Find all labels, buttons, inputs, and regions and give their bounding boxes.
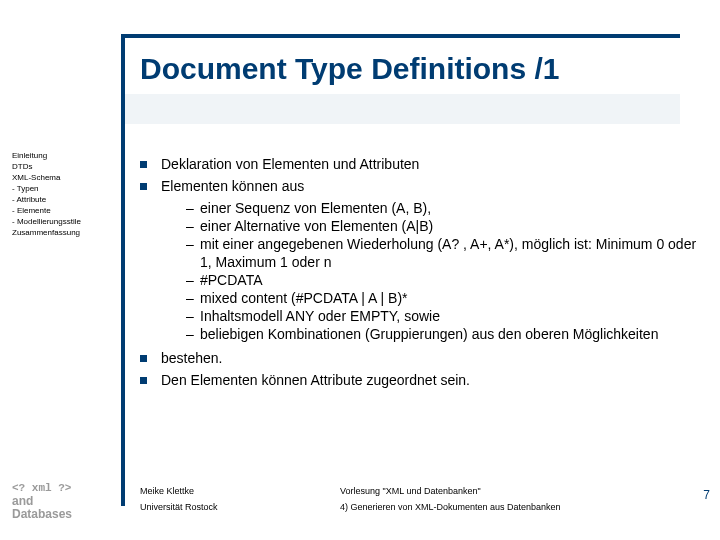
content-area: Deklaration von Elementen und Attributen… bbox=[140, 155, 700, 393]
logo-line-db: Databases bbox=[12, 508, 72, 521]
sub-bullet-item: –mixed content (#PCDATA | A | B)* bbox=[186, 289, 700, 307]
sub-bullet-item: –#PCDATA bbox=[186, 271, 700, 289]
dash-icon: – bbox=[186, 217, 200, 235]
bullet-item: bestehen. bbox=[140, 349, 700, 368]
sub-bullet-item: –einer Alternative von Elementen (A|B) bbox=[186, 217, 700, 235]
frame-top-rule bbox=[125, 34, 680, 38]
bullet-text: bestehen. bbox=[161, 349, 700, 368]
sidebar-item: DTDs bbox=[12, 161, 116, 172]
outline-sidebar: Einleitung DTDs XML-Schema - Typen - Att… bbox=[12, 150, 116, 238]
sub-bullet-text: einer Alternative von Elementen (A|B) bbox=[200, 217, 700, 235]
footer: Meike Klettke Vorlesung "XML und Datenba… bbox=[140, 486, 680, 512]
sub-bullet-item: –Inhaltsmodell ANY oder EMPTY, sowie bbox=[186, 307, 700, 325]
sidebar-item: - Modellierungsstile bbox=[12, 216, 116, 227]
bullet-item: Deklaration von Elementen und Attributen bbox=[140, 155, 700, 174]
square-bullet-icon bbox=[140, 377, 147, 384]
sub-bullet-item: –einer Sequenz von Elementen (A, B), bbox=[186, 199, 700, 217]
sidebar-item: - Typen bbox=[12, 183, 116, 194]
bullet-text: Elementen können aus bbox=[161, 177, 700, 196]
title-underlay bbox=[125, 94, 680, 124]
footer-university: Universität Rostock bbox=[140, 502, 340, 512]
footer-lecture: Vorlesung "XML und Datenbanken" bbox=[340, 486, 481, 496]
bullet-text: Deklaration von Elementen und Attributen bbox=[161, 155, 700, 174]
square-bullet-icon bbox=[140, 355, 147, 362]
footer-author: Meike Klettke bbox=[140, 486, 340, 496]
square-bullet-icon bbox=[140, 183, 147, 190]
sub-bullet-text: #PCDATA bbox=[200, 271, 700, 289]
sidebar-item: Zusammenfassung bbox=[12, 227, 116, 238]
dash-icon: – bbox=[186, 307, 200, 325]
dash-icon: – bbox=[186, 271, 200, 289]
sub-bullet-text: mit einer angegebenen Wiederholung (A? ,… bbox=[200, 235, 700, 271]
sidebar-item: - Attribute bbox=[12, 194, 116, 205]
dash-icon: – bbox=[186, 325, 200, 343]
dash-icon: – bbox=[186, 235, 200, 253]
sub-bullet-text: mixed content (#PCDATA | A | B)* bbox=[200, 289, 700, 307]
sub-bullet-item: –beliebigen Kombinationen (Gruppierungen… bbox=[186, 325, 700, 343]
slide-title: Document Type Definitions /1 bbox=[140, 52, 560, 86]
page-number: 7 bbox=[703, 488, 710, 502]
bullet-text: Den Elementen können Attribute zugeordne… bbox=[161, 371, 700, 390]
sub-bullet-list: –einer Sequenz von Elementen (A, B), –ei… bbox=[186, 199, 700, 343]
sidebar-item: Einleitung bbox=[12, 150, 116, 161]
dash-icon: – bbox=[186, 199, 200, 217]
sub-bullet-item: –mit einer angegebenen Wiederholung (A? … bbox=[186, 235, 700, 271]
sub-bullet-text: einer Sequenz von Elementen (A, B), bbox=[200, 199, 700, 217]
bullet-item: Elementen können aus bbox=[140, 177, 700, 196]
logo-block: <? xml ?> and Databases bbox=[12, 482, 72, 521]
sub-bullet-text: Inhaltsmodell ANY oder EMPTY, sowie bbox=[200, 307, 700, 325]
square-bullet-icon bbox=[140, 161, 147, 168]
footer-chapter: 4) Generieren von XML-Dokumenten aus Dat… bbox=[340, 502, 561, 512]
sub-bullet-text: beliebigen Kombinationen (Gruppierungen)… bbox=[200, 325, 700, 343]
bullet-item: Den Elementen können Attribute zugeordne… bbox=[140, 371, 700, 390]
sidebar-item: XML-Schema bbox=[12, 172, 116, 183]
dash-icon: – bbox=[186, 289, 200, 307]
sidebar-item: - Elemente bbox=[12, 205, 116, 216]
